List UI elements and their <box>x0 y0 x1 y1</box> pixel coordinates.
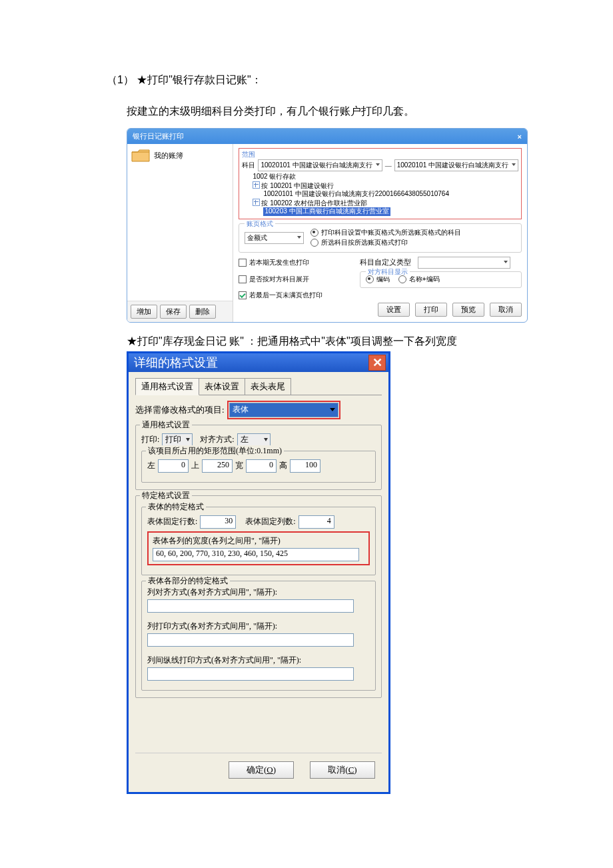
fmt-option-1-label: 打印科目设置中账页格式为所选账页格式的科目 <box>321 228 461 237</box>
col-align-label: 列对齐方式(各对齐方式间用", "隔开): <box>147 587 370 598</box>
body-format-group: 表体的特定格式 表体固定行数: 30 表体固定列数: 4 表体各列的宽度(各列之… <box>141 507 376 575</box>
col-print-input[interactable] <box>147 633 354 647</box>
subject-to-value: 10020101 中国建设银行白城洮南支行 <box>397 161 508 170</box>
rect-top-input[interactable]: 250 <box>202 459 233 473</box>
opp-namecode-radio[interactable]: 名称+编码 <box>398 275 440 284</box>
tab-general-format[interactable]: 通用格式设置 <box>135 378 199 395</box>
amount-style-value: 金额式 <box>247 233 267 243</box>
select-item-value: 表体 <box>233 404 249 415</box>
range-highlight-box: 范围 科目 10020101 中国建设银行白城洮南支行 — 10020101 中… <box>239 148 522 219</box>
tree-node-100203-selected[interactable]: 100203 中国工商银行白城洮南支行营业室 <box>263 207 390 216</box>
rect-width-input[interactable]: 0 <box>246 459 277 473</box>
dialog2-tabs: 通用格式设置 表体设置 表头表尾 <box>135 377 382 395</box>
rect-left-label: 左 <box>147 460 155 471</box>
fmt-option-2-label: 所选科目按所选账页格式打印 <box>321 238 408 247</box>
dialog2-titlebar: 详细的格式设置 ✕ <box>129 353 388 372</box>
dialog2-title: 详细的格式设置 <box>134 355 218 371</box>
close-icon[interactable]: ✕ <box>368 355 386 371</box>
tree-node-1002[interactable]: 1002 银行存款 <box>253 173 518 181</box>
tab-body-settings[interactable]: 表体设置 <box>199 378 245 395</box>
select-item-label: 选择需修改格式的项目: <box>135 404 225 416</box>
expand-icon[interactable] <box>253 181 260 189</box>
cancel-button[interactable]: 取消 <box>490 303 522 317</box>
dialog1-titlebar: 银行日记账打印 × <box>127 129 527 144</box>
expand-opposite-checkbox[interactable]: 是否按对方科目展开 <box>239 271 352 288</box>
general-format-group: 通用格式设置 打印: 打印 对齐方式: 左 该项目所占用的矩形范围(单位:0.1… <box>135 425 382 490</box>
settings-button[interactable]: 设置 <box>378 303 410 317</box>
select-item-combo[interactable]: 表体 <box>229 403 338 417</box>
col-align-input[interactable] <box>147 599 354 613</box>
col-vline-label: 列间纵线打印方式(各对齐方式间用", "隔开): <box>147 655 370 666</box>
rect-width-label: 宽 <box>235 460 243 471</box>
radio-icon <box>398 275 406 283</box>
checkbox-icon <box>239 275 247 283</box>
specific-format-legend: 特定格式设置 <box>140 490 192 501</box>
custom-type-combo[interactable] <box>418 257 510 269</box>
fix-cols-input[interactable]: 4 <box>299 515 334 529</box>
checkbox-icon <box>239 291 247 299</box>
dialog1-footer: 设置 打印 预览 取消 <box>239 300 522 317</box>
print-last-notfull-label: 若最后一页未满页也打印 <box>249 291 322 300</box>
print-if-none-checkbox[interactable]: 若本期无发生也打印 <box>239 257 352 269</box>
fmt-option-2[interactable]: 所选科目按所选账页格式打印 <box>310 238 408 247</box>
rect-height-input[interactable]: 100 <box>290 459 320 473</box>
intro-line-3: ★打印"库存现金日记 账" ：把通用格式中"表体"项目调整一下各列宽度 <box>40 335 573 349</box>
general-format-legend: 通用格式设置 <box>140 419 192 431</box>
dialog1-left-buttons: 增加 保存 删除 <box>127 301 233 322</box>
rect-top-label: 上 <box>191 460 199 471</box>
subject-tree-dropdown[interactable]: 1002 银行存款 按 100201 中国建设银行 10020101 中国建设银… <box>253 173 518 216</box>
my-book-label: 我的账簿 <box>154 151 183 161</box>
col-vline-input[interactable] <box>147 667 354 681</box>
radio-icon <box>366 275 374 283</box>
dialog1-title: 银行日记账打印 <box>133 131 184 141</box>
tab-header-footer[interactable]: 表头表尾 <box>245 378 291 395</box>
print-label: 打印: <box>141 434 159 445</box>
dialog2-footer: 确定(O) 取消(C) <box>135 753 382 785</box>
add-button[interactable]: 增加 <box>131 305 157 319</box>
tree-node-100201[interactable]: 100201 中国建设银行 <box>270 182 334 189</box>
subject-from-combo[interactable]: 10020101 中国建设银行白城洮南支行 <box>258 159 382 171</box>
rect-range-legend: 该项目所占用的矩形范围(单位:0.1mm) <box>146 445 284 457</box>
my-book-node[interactable]: 我的账簿 <box>131 148 229 163</box>
fix-rows-label: 表体固定行数: <box>147 516 197 527</box>
amount-style-combo[interactable]: 金额式 <box>245 232 304 244</box>
col-widths-highlight: 表体各列的宽度(各列之间用", "隔开) 60, 60, 200, 770, 3… <box>147 531 370 565</box>
col-widths-input[interactable]: 60, 60, 200, 770, 310, 230, 460, 150, 42… <box>153 548 359 561</box>
range-group-title: 范围 <box>242 150 518 159</box>
tree-node-10020101[interactable]: 10020101 中国建设银行白城洮南支行2200166643805501076… <box>253 190 518 199</box>
cancel-label: 取消(C) <box>328 765 356 775</box>
cancel-button[interactable]: 取消(C) <box>310 761 375 779</box>
fix-cols-label: 表体固定列数: <box>245 516 295 527</box>
dialog1-left-pane: 我的账簿 增加 保存 删除 <box>127 144 233 322</box>
intro-line-2: 按建立的末级明细科目分类打印，有几个银行账户打印几套。 <box>40 105 573 119</box>
print-last-notfull-checkbox[interactable]: 若最后一页未满页也打印 <box>239 291 352 300</box>
fix-rows-input[interactable]: 30 <box>200 515 236 529</box>
print-combo[interactable]: 打印 <box>162 433 193 447</box>
ok-button[interactable]: 确定(O) <box>229 761 294 779</box>
fmt-option-1[interactable]: 打印科目设置中账页格式为所选账页格式的科目 <box>310 228 461 237</box>
body-format-legend: 表体的特定格式 <box>146 501 206 513</box>
close-icon[interactable]: × <box>518 133 522 141</box>
expand-icon[interactable] <box>253 199 260 206</box>
subject-to-combo[interactable]: 10020101 中国建设银行白城洮南支行 <box>394 159 518 171</box>
page-format-group: 账页格式 金额式 打印科目设置中账页格式为所选账页格式的科目 所选科目按所选账页… <box>239 223 522 253</box>
align-combo[interactable]: 左 <box>237 433 271 447</box>
rect-height-label: 高 <box>279 460 287 471</box>
body-parts-group: 表体各部分的特定格式 列对齐方式(各对齐方式间用", "隔开): 列打印方式(各… <box>141 581 376 691</box>
save-button[interactable]: 保存 <box>160 305 187 319</box>
col-print-label: 列打印方式(各对齐方式间用", "隔开): <box>147 621 370 632</box>
opp-namecode-label: 名称+编码 <box>409 275 440 284</box>
rect-left-input[interactable]: 0 <box>158 459 189 473</box>
detailed-format-dialog: 详细的格式设置 ✕ 通用格式设置 表体设置 表头表尾 选择需修改格式的项目: 表… <box>127 351 390 794</box>
body-parts-legend: 表体各部分的特定格式 <box>146 575 230 587</box>
range-dash: — <box>385 162 392 169</box>
tree-node-100202[interactable]: 100202 农村信用合作联社营业部 <box>270 199 367 207</box>
print-button[interactable]: 打印 <box>415 303 447 317</box>
folder-icon <box>131 148 150 163</box>
checkbox-icon <box>239 259 247 267</box>
delete-button[interactable]: 删除 <box>189 305 216 319</box>
preview-button[interactable]: 预览 <box>452 303 484 317</box>
dialog1-right-pane: 范围 科目 10020101 中国建设银行白城洮南支行 — 10020101 中… <box>233 144 527 322</box>
opposite-display-group: 对方科目显示 编码 名称+编码 <box>360 271 522 288</box>
specific-format-group: 特定格式设置 表体的特定格式 表体固定行数: 30 表体固定列数: 4 表体各列… <box>135 495 382 698</box>
